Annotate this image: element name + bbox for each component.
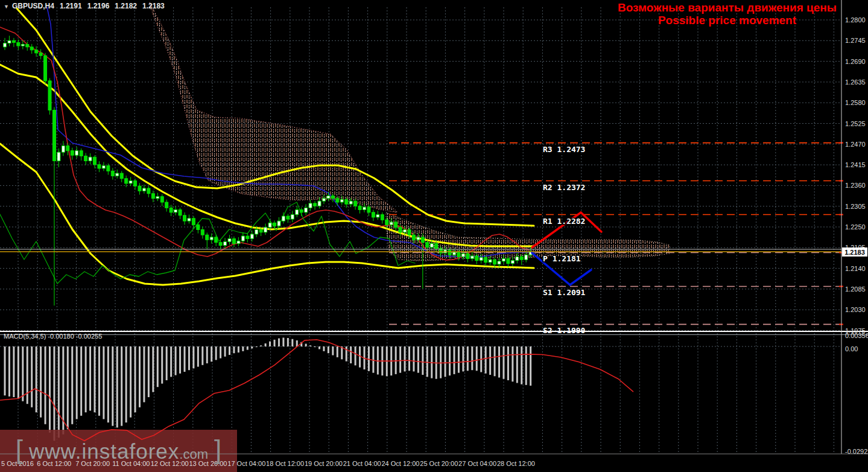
candle-body — [219, 243, 222, 246]
candle-body — [151, 194, 154, 199]
candle-body — [57, 152, 60, 161]
price-movement-annotation: Возможные варианты движения цены Possibl… — [618, 1, 837, 27]
price-tick-label: 1.2635 — [845, 78, 866, 86]
chart-canvas[interactable]: R3 1.2473R2 1.2372R1 1.2282P 1.2181S1 1.… — [0, 0, 868, 472]
candle-body — [264, 228, 267, 232]
time-tick-label: 11 Oct 04:00 — [112, 460, 150, 467]
candle-body — [93, 157, 97, 164]
price-tick-label: 1.2470 — [845, 141, 866, 148]
candle-body — [309, 203, 312, 208]
candle-body — [102, 166, 105, 168]
candle-body — [358, 206, 361, 209]
symbol-timeframe-label: GBPUSD,H4 — [12, 2, 54, 10]
candle-body — [8, 40, 11, 43]
candle-body — [327, 196, 330, 198]
candle-body — [381, 215, 384, 220]
candle-body — [255, 229, 258, 234]
candle-body — [210, 237, 213, 240]
price-tick-label: 1.2580 — [845, 99, 866, 106]
price-tick-label: 1.2690 — [845, 58, 866, 65]
candle-body — [399, 228, 402, 232]
candle-body — [192, 218, 195, 225]
candle-body — [125, 179, 128, 183]
candle-body — [160, 197, 163, 202]
pane-separator — [0, 331, 868, 332]
pivot-label-p: P 1.2181 — [543, 254, 581, 263]
candle-body — [215, 237, 218, 243]
candle-body — [367, 207, 370, 212]
candle-body — [502, 258, 505, 261]
time-tick-label: 5 Oct 2016 — [1, 460, 34, 467]
symbol-dropdown-icon[interactable]: ▼ — [4, 4, 9, 10]
candle-body — [246, 236, 249, 238]
macd-tick-label: 0.00 — [845, 345, 858, 352]
time-tick-label: 12 Oct 12:00 — [151, 460, 189, 467]
candle-body — [26, 44, 29, 46]
candle-body — [430, 244, 433, 247]
candle-body — [516, 257, 519, 260]
candle-body — [62, 146, 65, 153]
candle-body — [206, 235, 209, 240]
annotation-line-en: Possible price movement — [618, 14, 837, 27]
candle-body — [363, 207, 366, 209]
candle-body — [224, 241, 227, 245]
candle-body — [345, 200, 348, 204]
price-tick-label: 1.2140 — [845, 265, 866, 272]
candle-body — [30, 47, 33, 50]
candle-body — [448, 250, 451, 255]
candle-body — [507, 258, 510, 263]
candle-body — [156, 197, 159, 199]
annotation-line-ru: Возможные варианты движения цены — [618, 1, 837, 14]
quote-low: 1.2182 — [115, 2, 137, 10]
price-tick-label: 1.2085 — [845, 285, 866, 293]
candle-body — [183, 215, 186, 221]
pivot-label-s1: S1 1.2091 — [543, 288, 586, 297]
candle-body — [259, 229, 262, 232]
candle-body — [165, 202, 168, 208]
quote-close: 1.2183 — [142, 2, 165, 10]
time-tick-label: 17 Oct 04:00 — [227, 460, 265, 467]
candle-body — [470, 256, 474, 258]
candle-body — [71, 151, 74, 155]
candle-body — [300, 209, 303, 212]
current-price-tag: 1.2183 — [842, 247, 867, 257]
candle-body — [394, 222, 398, 228]
price-tick-label: 1.2250 — [845, 223, 866, 231]
candle-body — [372, 212, 375, 217]
candle-body — [84, 156, 87, 161]
candle-body — [404, 229, 407, 232]
time-tick-label: 13 Oct 20:00 — [189, 460, 227, 467]
candle-body — [277, 221, 280, 226]
price-tick-label: 1.2745 — [845, 37, 866, 44]
candle-body — [75, 151, 78, 155]
candle-body — [305, 208, 308, 212]
candle-body — [282, 216, 285, 221]
candle-body — [197, 225, 200, 229]
candle-body — [48, 81, 51, 110]
candle-body — [426, 243, 429, 247]
candle-body — [52, 110, 55, 161]
candle-body — [21, 44, 24, 45]
candle-body — [318, 201, 321, 206]
candle-body — [390, 222, 393, 225]
candle-body — [498, 261, 501, 264]
pivot-label-r3: R3 1.2473 — [543, 145, 585, 154]
candle-body — [331, 196, 334, 198]
mt4-chart-window: R3 1.2473R2 1.2372R1 1.2282P 1.2181S1 1.… — [0, 0, 868, 472]
quote-open: 1.2191 — [60, 2, 82, 10]
candle-body — [349, 201, 352, 204]
time-tick-label: 19 Oct 20:00 — [305, 460, 343, 467]
pane-separator-secondary — [0, 334, 868, 335]
candle-body — [520, 257, 523, 260]
macd-tick-label: -0.02922 — [845, 448, 868, 455]
candle-body — [475, 256, 478, 260]
macd-tick-label: 0.00356 — [845, 332, 868, 339]
candle-body — [493, 260, 496, 264]
price-tick-label: 1.2525 — [845, 120, 866, 127]
candle-body — [142, 188, 145, 191]
candle-body — [296, 209, 299, 214]
candle-body — [89, 157, 92, 161]
time-tick-label: 27 Oct 04:00 — [458, 460, 496, 467]
candle-body — [44, 56, 47, 81]
candle-body — [250, 234, 253, 238]
